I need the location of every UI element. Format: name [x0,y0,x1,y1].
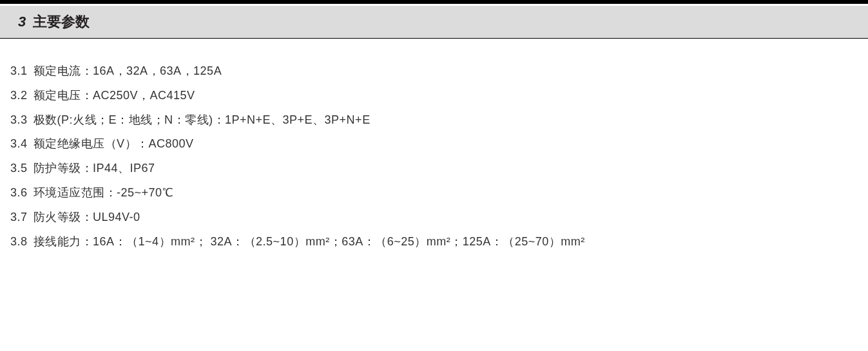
spec-number: 3.2 [10,84,30,108]
spec-number: 3.5 [10,157,30,181]
spec-item: 3.1 额定电流：16A，32A，63A，125A [10,59,858,84]
spec-text: 极数(P:火线；E：地线；N：零线)：1P+N+E、3P+E、3P+N+E [34,113,371,126]
spec-item: 3.3 极数(P:火线；E：地线；N：零线)：1P+N+E、3P+E、3P+N+… [10,108,858,133]
spec-text: 防护等级：IP44、IP67 [34,162,155,175]
spec-item: 3.6 环境适应范围：-25~+70℃ [10,181,858,205]
section-header: 3 主要参数 [0,6,868,39]
spec-item: 3.8 接线能力：16A：（1~4）mm²； 32A：（2.5~10）mm²；6… [10,230,858,254]
spec-number: 3.4 [10,132,30,157]
spec-content: 3.1 额定电流：16A，32A，63A，125A 3.2 额定电压：AC250… [0,39,868,264]
spec-number: 3.3 [10,108,30,133]
spec-text: 接线能力：16A：（1~4）mm²； 32A：（2.5~10）mm²；63A：（… [34,235,585,248]
spec-item: 3.2 额定电压：AC250V，AC415V [10,84,858,108]
spec-text: 环境适应范围：-25~+70℃ [34,186,174,199]
spec-number: 3.1 [10,59,30,84]
spec-text: 额定电流：16A，32A，63A，125A [34,64,222,77]
spec-number: 3.7 [10,205,30,230]
spec-item: 3.4 额定绝缘电压（V）：AC800V [10,132,858,157]
spec-number: 3.8 [10,230,30,254]
spec-text: 防火等级：UL94V-0 [34,211,140,223]
spec-text: 额定绝缘电压（V）：AC800V [34,137,194,150]
spec-item: 3.7 防火等级：UL94V-0 [10,205,858,230]
spec-item: 3.5 防护等级：IP44、IP67 [10,157,858,181]
section-title: 主要参数 [33,14,90,30]
spec-text: 额定电压：AC250V，AC415V [34,89,195,102]
section-number: 3 [18,14,26,30]
spec-number: 3.6 [10,181,30,205]
